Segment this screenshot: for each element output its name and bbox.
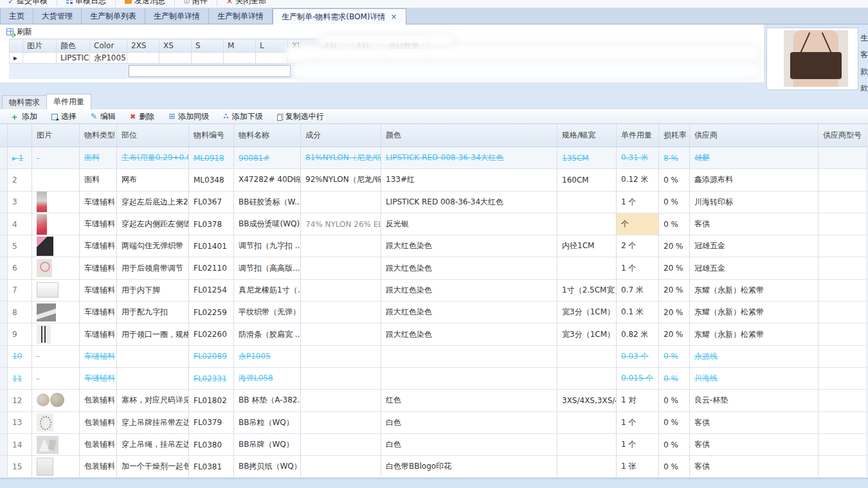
cell-color <box>381 346 557 368</box>
bottom-status-strip <box>0 478 868 488</box>
cell-composition <box>301 257 381 279</box>
bom-row-6[interactable]: 6车缝辅料用于后领肩带调节FL02110调节扣（高高版...跟大红色染色1 个2… <box>0 257 868 279</box>
bom-row-9[interactable]: 9车缝辅料用于领口一圈，规格详见...FL02260防滑条（胶扁宽 ...跟大红… <box>0 323 868 345</box>
tab-close-icon[interactable]: × <box>391 12 397 21</box>
cell-supplier: 雄麒 <box>690 147 818 169</box>
app-window: ✓提交审核审核日志发送消息附件✕关闭全部 主页大货管理生产制单列表生产制单详情生… <box>0 0 868 488</box>
row-selector[interactable]: 8 <box>8 302 32 323</box>
cell-supplier-model <box>818 302 867 323</box>
grid-edit-input[interactable] <box>129 65 291 77</box>
grid-header-Color: Color <box>90 39 127 53</box>
cell-unit-usage: 0.7 米 <box>617 280 659 302</box>
row-selector[interactable]: 4 <box>8 213 32 235</box>
tab-active-bom-detail[interactable]: 生产制单-物料需求(BOM)详情× <box>273 8 406 24</box>
tab-item-0[interactable]: 主页 <box>0 8 33 24</box>
row-selector[interactable]: 11 <box>8 368 32 390</box>
cell-color: 跟大红色染色 <box>381 235 557 257</box>
tab-item-2[interactable]: 生产制单列表 <box>82 8 145 24</box>
bom-row-7[interactable]: 7车缝辅料用于内下脚FL01254真尼龙橡筋1寸（...跟大红色染色1寸（2.5… <box>0 280 868 302</box>
cell-material-name: 永P1005 <box>234 346 301 368</box>
bom-row-1[interactable]: ▸ 1-面料主布(用量0.29+0.02损耗,）ML091890081#81%N… <box>0 147 868 169</box>
tab-item-4[interactable]: 生产制单详情 <box>209 8 273 24</box>
row-selector[interactable]: 5 <box>8 235 32 257</box>
grid-header-S: S <box>192 39 224 53</box>
cell-supplier-model <box>818 434 867 456</box>
cell-spec-width: 135CM <box>557 147 617 169</box>
cell-part: 穿上吊牌挂吊带左边可调... <box>117 412 189 434</box>
action-add-sibling-button[interactable]: ⊞添加同级 <box>168 111 209 122</box>
bom-row-8[interactable]: 8车缝辅料用于配九字扣FL02259平纹织带（无弹）跟大红色染色宽3分（1CM）… <box>0 302 868 323</box>
add-sibling-icon: ⊞ <box>168 113 175 120</box>
cell-color <box>381 368 557 390</box>
action-add-button[interactable]: ＋添加 <box>10 111 37 122</box>
bom-row-5[interactable]: 5车缝辅料两端勾住无弹织带FL01401调节扣（九字扣 ...跟大红色染色内径1… <box>0 235 868 257</box>
cell-image <box>32 235 80 257</box>
row-selector[interactable]: 7 <box>8 280 32 302</box>
redaction-smudge <box>293 63 759 78</box>
row-selector[interactable]: 12 <box>8 390 32 411</box>
row-selector[interactable]: 13 <box>8 412 32 434</box>
detail-tab-物料需求[interactable]: 物料需求 <box>2 95 47 109</box>
material-thumbnail <box>37 237 53 256</box>
bom-row-3[interactable]: 3车缝辅料穿起左后底边上来2CM，...FL0367BB硅胶烫标（W...LIP… <box>0 192 868 213</box>
row-selector[interactable]: 6 <box>8 257 32 279</box>
cell-material-name: X47282# 40D锦安 <box>234 169 301 191</box>
action-select-button[interactable]: 选择 <box>51 111 77 122</box>
clipped-label: 生 <box>860 30 868 46</box>
cell-spec-width: 宽3分（1CM） <box>557 323 617 345</box>
cell-image <box>32 456 80 478</box>
toolbar-close-all-button[interactable]: ✕关闭全部 <box>221 0 271 8</box>
add-child-icon: ∴ <box>223 113 228 120</box>
bom-row-10[interactable]: 10-车缝辅料FL02089永P10050.03 个0 %永源线 <box>0 346 868 368</box>
cell-supplier: 东耀（永新）松紧带 <box>690 302 818 323</box>
cell-supplier-model <box>818 346 867 368</box>
bom-row-15[interactable]: 15包装辅料加一个干燥剂一起包在衣...FL0381BB拷贝纸（WQ）白色带BB… <box>0 456 868 478</box>
toolbar-audit-submit-button[interactable]: ✓提交审核 <box>3 0 53 8</box>
action-button-label: 删除 <box>139 111 154 122</box>
row-selector[interactable]: 3 <box>8 192 32 213</box>
row-selector[interactable]: 15 <box>8 456 32 478</box>
tab-item-3[interactable]: 生产制单详情 <box>145 8 209 24</box>
toolbar-separator <box>217 0 217 6</box>
bom-table-body: ▸ 1-面料主布(用量0.29+0.02损耗,）ML091890081#81%N… <box>0 147 868 478</box>
bom-row-12[interactable]: 12包装辅料塞杯，对应尺码详见工艺...FL01802BB 杯垫（A-382..… <box>0 390 868 411</box>
cell-material-type: 车缝辅料 <box>80 302 117 323</box>
bom-row-14[interactable]: 14包装辅料穿上吊绳，挂吊左边可调...FL0380BB吊牌（WQ）白色1 个0… <box>0 434 868 456</box>
cell-color: LIPSTICK RED-008-36-34大红色 <box>381 147 557 169</box>
bom-row-11[interactable]: 11-车缝辅料FL02331海弹L0580.015 个0 %川海线 <box>0 368 868 390</box>
cell-material-code: ML0348 <box>189 169 234 191</box>
cell-material-code: FL0378 <box>189 213 234 235</box>
bom-row-13[interactable]: 13包装辅料穿上吊牌挂吊带左边可调...FL0379BB吊粒（WQ）白色1 个0… <box>0 412 868 434</box>
row-selector[interactable]: ▸ 1 <box>8 147 32 169</box>
bom-row-2[interactable]: 2面料网布ML0348X47282# 40D锦安92%NYLON（尼龙/锦...… <box>0 169 868 191</box>
toolbar-send-message-button[interactable]: 发送消息 <box>120 0 170 8</box>
refresh-button[interactable]: 刷新 <box>6 26 32 37</box>
bom-row-4[interactable]: 4车缝辅料穿起左内侧距左侧缝1英寸...FL0378BB成份烫唛(WQ)74% … <box>0 213 868 235</box>
add-icon: ＋ <box>10 113 19 120</box>
material-thumbnail <box>37 259 52 277</box>
row-gutter <box>0 147 8 169</box>
row-selector[interactable]: 10 <box>8 346 32 368</box>
row-selector[interactable]: 2 <box>8 169 32 191</box>
cell-material-type: 包装辅料 <box>80 390 117 411</box>
cell-material-code: FL0379 <box>189 412 234 434</box>
cell-spec-width <box>557 213 617 235</box>
cell-supplier-model <box>818 147 867 169</box>
detail-tab-单件用量[interactable]: 单件用量 <box>46 94 91 109</box>
cell-color: 白色 <box>381 412 557 434</box>
row-selector[interactable]: 9 <box>8 323 32 345</box>
toolbar-button-label: 审核日志 <box>75 0 106 6</box>
cell-material-name: 90081# <box>234 147 301 169</box>
action-edit-button[interactable]: ✎编辑 <box>91 111 116 122</box>
action-add-child-button[interactable]: ∴添加下级 <box>223 111 262 122</box>
action-copy-row-button[interactable]: 复制选中行 <box>277 111 324 122</box>
action-delete-button[interactable]: ✖删除 <box>130 111 154 122</box>
tab-item-1[interactable]: 大货管理 <box>33 8 82 24</box>
bom-header-规格/幅宽: 规格/幅宽 <box>557 124 617 147</box>
toolbar-audit-log-button[interactable]: 审核日志 <box>61 0 111 8</box>
tab-label: 生产制单详情 <box>154 11 200 22</box>
toolbar-attachment-button[interactable]: 附件 <box>179 0 213 8</box>
row-selector[interactable]: 14 <box>8 434 32 456</box>
cell-material-type: 车缝辅料 <box>80 346 117 368</box>
clipped-label: 客 <box>860 46 868 63</box>
